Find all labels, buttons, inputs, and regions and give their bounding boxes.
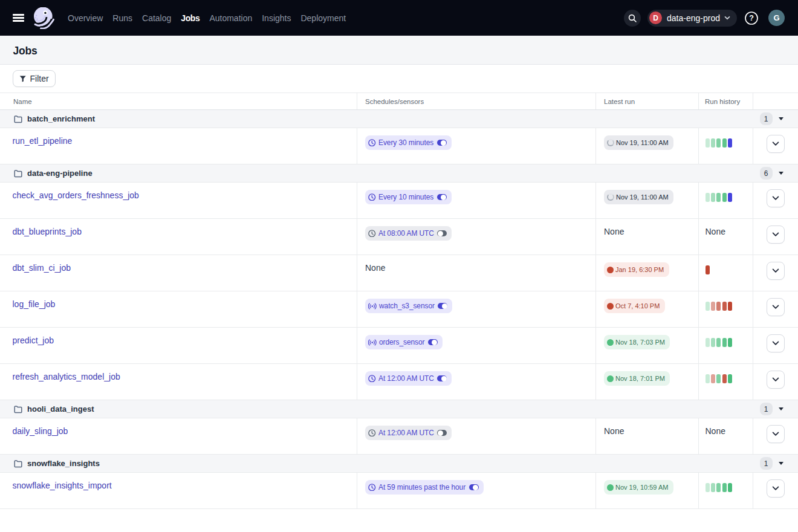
svg-text:?: ?	[749, 14, 754, 22]
